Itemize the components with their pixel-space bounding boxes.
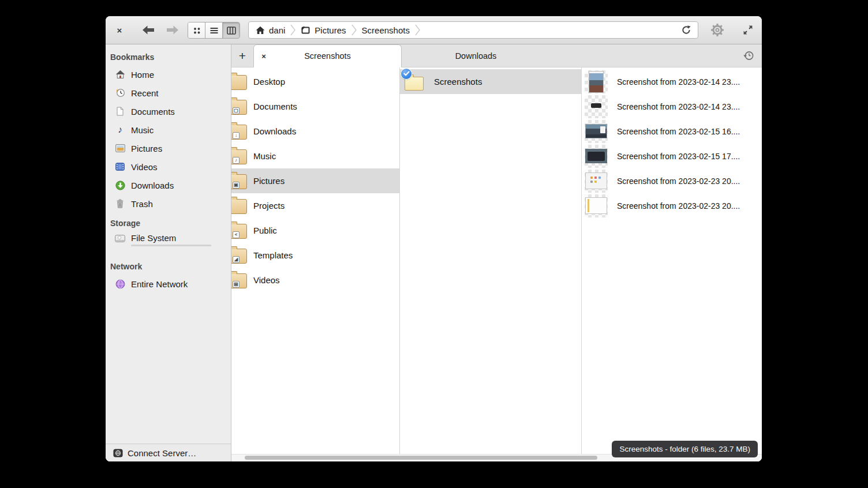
window-close-button[interactable]: ×	[113, 24, 126, 36]
file-row[interactable]: Screenshot from 2023-02-14 23....	[582, 69, 762, 94]
sidebar-item-downloads[interactable]: Downloads	[106, 176, 231, 194]
folder-icon: ▢	[231, 100, 247, 115]
folder-row-videos[interactable]: ▤ Videos	[231, 268, 399, 292]
folder-icon: ◢	[231, 249, 247, 264]
horizontal-scrollbar-thumb[interactable]	[245, 456, 597, 460]
tab-bar: + × Screenshots Downloads	[231, 44, 762, 67]
column-pictures: Screenshots	[400, 67, 582, 461]
trash-icon	[115, 198, 125, 209]
folder-name: Pictures	[253, 176, 285, 186]
sidebar-item-pictures[interactable]: Pictures	[106, 139, 231, 157]
back-button[interactable]	[139, 24, 158, 36]
download-circle-icon	[115, 180, 125, 190]
sidebar-item-entire-network[interactable]: Entire Network	[106, 275, 231, 293]
breadcrumb-label: Screenshots	[362, 25, 410, 35]
folder-name: Videos	[253, 275, 280, 285]
sidebar-item-label: Documents	[131, 107, 175, 117]
music-note-icon: ♪	[115, 125, 125, 135]
sidebar-item-label: Videos	[131, 162, 158, 172]
tab-close-button[interactable]: ×	[254, 52, 274, 61]
document-icon	[115, 106, 125, 117]
forward-arrow-icon	[166, 25, 179, 35]
sidebar-item-trash[interactable]: Trash	[106, 194, 231, 213]
folder-row-documents[interactable]: ▢ Documents	[231, 94, 399, 119]
view-switcher	[188, 22, 240, 39]
download-emblem-icon: ↓	[233, 132, 240, 139]
home-icon	[115, 69, 125, 80]
sidebar-item-label: Music	[131, 125, 154, 135]
breadcrumb-pictures[interactable]: Pictures	[301, 22, 346, 38]
status-tooltip: Screenshots - folder (6 files, 23.7 MB)	[612, 441, 758, 457]
server-icon	[113, 448, 123, 458]
folder-row-downloads[interactable]: ↓ Downloads	[231, 119, 399, 144]
image-thumbnail	[585, 70, 608, 93]
file-name: Screenshot from 2023-02-14 23....	[617, 77, 740, 87]
sidebar-item-label: Trash	[131, 199, 153, 209]
folder-row-desktop[interactable]: Desktop	[231, 69, 399, 94]
folder-icon	[231, 75, 247, 90]
share-emblem-icon: <	[233, 231, 240, 238]
sidebar-item-music[interactable]: ♪ Music	[106, 121, 231, 139]
folder-row-pictures[interactable]: ▣ Pictures	[231, 168, 399, 193]
image-thumbnail	[585, 120, 608, 143]
connect-server-label: Connect Server…	[128, 448, 196, 458]
folder-row-screenshots[interactable]: Screenshots	[400, 69, 581, 94]
sidebar-item-label: Entire Network	[131, 279, 188, 289]
file-name: Screenshot from 2023-02-15 16....	[617, 127, 740, 136]
sidebar-item-documents[interactable]: Documents	[106, 102, 231, 121]
sidebar-section-storage: Storage	[106, 213, 231, 231]
file-row[interactable]: Screenshot from 2023-02-15 16....	[582, 119, 762, 144]
folder-row-templates[interactable]: ◢ Templates	[231, 243, 399, 268]
file-row[interactable]: Screenshot from 2023-02-15 17....	[582, 144, 762, 168]
file-name: Screenshot from 2023-02-14 23....	[617, 102, 740, 111]
breadcrumb-home[interactable]: dani	[256, 22, 285, 38]
refresh-button[interactable]	[679, 23, 693, 37]
file-row[interactable]: Screenshot from 2023-02-14 23....	[582, 94, 762, 119]
sidebar-item-videos[interactable]: Videos	[106, 157, 231, 176]
file-row[interactable]: Screenshot from 2023-02-23 20....	[582, 193, 762, 218]
sidebar: Bookmarks Home	[106, 44, 231, 461]
titlebar: ×	[106, 16, 762, 44]
forward-button[interactable]	[163, 24, 182, 36]
tab-label: Downloads	[455, 51, 497, 61]
grid-view-button[interactable]	[188, 22, 205, 38]
folder-row-projects[interactable]: Projects	[231, 193, 399, 218]
tab-label: Screenshots	[274, 51, 401, 61]
folder-row-public[interactable]: < Public	[231, 218, 399, 243]
sidebar-item-label: Home	[131, 70, 154, 80]
tab-downloads[interactable]: Downloads	[402, 44, 550, 67]
breadcrumb-screenshots[interactable]: Screenshots	[362, 22, 410, 38]
list-view-button[interactable]	[205, 22, 223, 38]
file-row[interactable]: Screenshot from 2023-02-23 20....	[582, 168, 762, 193]
sidebar-item-home[interactable]: Home	[106, 65, 231, 84]
photo-icon	[115, 143, 125, 153]
sidebar-item-recent[interactable]: Recent	[106, 84, 231, 102]
folder-icon: <	[231, 224, 247, 239]
video-emblem-icon: ▤	[233, 281, 240, 288]
connect-server-button[interactable]: Connect Server…	[106, 444, 231, 461]
breadcrumb-separator-icon	[415, 24, 420, 36]
column-view-button[interactable]	[223, 22, 240, 38]
sidebar-section-network: Network	[106, 256, 231, 275]
breadcrumb: dani Pictures Screenshots	[248, 21, 698, 39]
folder-name: Documents	[253, 102, 297, 111]
tab-history-button[interactable]	[735, 44, 762, 67]
image-thumbnail	[585, 194, 608, 217]
folder-name: Downloads	[253, 126, 296, 136]
file-name: Screenshot from 2023-02-23 20....	[617, 201, 740, 211]
music-emblem-icon: ♪	[233, 157, 240, 164]
template-emblem-icon: ◢	[233, 256, 240, 263]
tab-screenshots[interactable]: × Screenshots	[253, 44, 402, 67]
folder-name: Projects	[253, 201, 285, 211]
image-thumbnail	[585, 145, 608, 168]
breadcrumb-label: Pictures	[315, 25, 346, 35]
folder-icon: ♪	[231, 149, 247, 164]
new-tab-button[interactable]: +	[231, 44, 253, 67]
back-arrow-icon	[141, 25, 155, 35]
folder-icon	[231, 199, 247, 214]
fullscreen-button[interactable]	[740, 24, 755, 36]
settings-menu-button[interactable]	[709, 22, 725, 37]
folder-row-music[interactable]: ♪ Music	[231, 144, 399, 168]
sidebar-item-file-system[interactable]: File System	[106, 231, 231, 256]
sidebar-item-label: Downloads	[131, 181, 174, 190]
